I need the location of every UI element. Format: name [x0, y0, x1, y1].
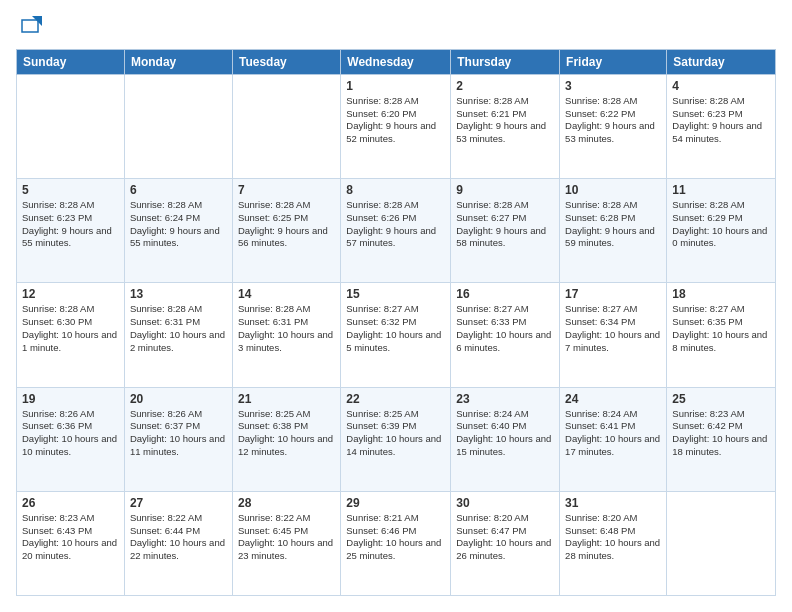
column-header-sunday: Sunday — [17, 49, 125, 74]
calendar-body: 1Sunrise: 8:28 AM Sunset: 6:20 PM Daylig… — [17, 74, 776, 595]
day-number: 9 — [456, 183, 554, 197]
cell-content: Sunrise: 8:28 AM Sunset: 6:31 PM Dayligh… — [130, 303, 227, 354]
day-number: 26 — [22, 496, 119, 510]
day-number: 1 — [346, 79, 445, 93]
cell-content: Sunrise: 8:27 AM Sunset: 6:32 PM Dayligh… — [346, 303, 445, 354]
cell-content: Sunrise: 8:28 AM Sunset: 6:30 PM Dayligh… — [22, 303, 119, 354]
cell-content: Sunrise: 8:22 AM Sunset: 6:45 PM Dayligh… — [238, 512, 335, 563]
calendar-cell: 29Sunrise: 8:21 AM Sunset: 6:46 PM Dayli… — [341, 491, 451, 595]
cell-content: Sunrise: 8:28 AM Sunset: 6:27 PM Dayligh… — [456, 199, 554, 250]
calendar-cell: 25Sunrise: 8:23 AM Sunset: 6:42 PM Dayli… — [667, 387, 776, 491]
day-number: 21 — [238, 392, 335, 406]
calendar-cell — [17, 74, 125, 178]
day-number: 2 — [456, 79, 554, 93]
calendar-cell: 13Sunrise: 8:28 AM Sunset: 6:31 PM Dayli… — [124, 283, 232, 387]
cell-content: Sunrise: 8:25 AM Sunset: 6:39 PM Dayligh… — [346, 408, 445, 459]
calendar-cell: 20Sunrise: 8:26 AM Sunset: 6:37 PM Dayli… — [124, 387, 232, 491]
calendar-cell: 24Sunrise: 8:24 AM Sunset: 6:41 PM Dayli… — [560, 387, 667, 491]
cell-content: Sunrise: 8:23 AM Sunset: 6:43 PM Dayligh… — [22, 512, 119, 563]
calendar-cell: 6Sunrise: 8:28 AM Sunset: 6:24 PM Daylig… — [124, 179, 232, 283]
cell-content: Sunrise: 8:28 AM Sunset: 6:23 PM Dayligh… — [22, 199, 119, 250]
cell-content: Sunrise: 8:28 AM Sunset: 6:22 PM Dayligh… — [565, 95, 661, 146]
calendar-cell: 23Sunrise: 8:24 AM Sunset: 6:40 PM Dayli… — [451, 387, 560, 491]
column-header-thursday: Thursday — [451, 49, 560, 74]
calendar-cell: 5Sunrise: 8:28 AM Sunset: 6:23 PM Daylig… — [17, 179, 125, 283]
calendar-cell: 26Sunrise: 8:23 AM Sunset: 6:43 PM Dayli… — [17, 491, 125, 595]
calendar-cell: 10Sunrise: 8:28 AM Sunset: 6:28 PM Dayli… — [560, 179, 667, 283]
day-number: 17 — [565, 287, 661, 301]
day-number: 7 — [238, 183, 335, 197]
day-number: 11 — [672, 183, 770, 197]
calendar-cell: 12Sunrise: 8:28 AM Sunset: 6:30 PM Dayli… — [17, 283, 125, 387]
calendar-header-row: SundayMondayTuesdayWednesdayThursdayFrid… — [17, 49, 776, 74]
day-number: 14 — [238, 287, 335, 301]
cell-content: Sunrise: 8:28 AM Sunset: 6:21 PM Dayligh… — [456, 95, 554, 146]
day-number: 28 — [238, 496, 335, 510]
day-number: 23 — [456, 392, 554, 406]
week-row-3: 12Sunrise: 8:28 AM Sunset: 6:30 PM Dayli… — [17, 283, 776, 387]
day-number: 3 — [565, 79, 661, 93]
cell-content: Sunrise: 8:28 AM Sunset: 6:29 PM Dayligh… — [672, 199, 770, 250]
day-number: 10 — [565, 183, 661, 197]
day-number: 29 — [346, 496, 445, 510]
calendar-cell: 14Sunrise: 8:28 AM Sunset: 6:31 PM Dayli… — [232, 283, 340, 387]
day-number: 30 — [456, 496, 554, 510]
cell-content: Sunrise: 8:24 AM Sunset: 6:41 PM Dayligh… — [565, 408, 661, 459]
svg-marker-0 — [22, 20, 38, 32]
cell-content: Sunrise: 8:28 AM Sunset: 6:28 PM Dayligh… — [565, 199, 661, 250]
cell-content: Sunrise: 8:26 AM Sunset: 6:36 PM Dayligh… — [22, 408, 119, 459]
cell-content: Sunrise: 8:27 AM Sunset: 6:33 PM Dayligh… — [456, 303, 554, 354]
cell-content: Sunrise: 8:28 AM Sunset: 6:26 PM Dayligh… — [346, 199, 445, 250]
day-number: 8 — [346, 183, 445, 197]
cell-content: Sunrise: 8:26 AM Sunset: 6:37 PM Dayligh… — [130, 408, 227, 459]
week-row-5: 26Sunrise: 8:23 AM Sunset: 6:43 PM Dayli… — [17, 491, 776, 595]
calendar-cell: 4Sunrise: 8:28 AM Sunset: 6:23 PM Daylig… — [667, 74, 776, 178]
calendar-cell: 28Sunrise: 8:22 AM Sunset: 6:45 PM Dayli… — [232, 491, 340, 595]
column-header-monday: Monday — [124, 49, 232, 74]
logo-text — [16, 16, 42, 41]
week-row-1: 1Sunrise: 8:28 AM Sunset: 6:20 PM Daylig… — [17, 74, 776, 178]
day-number: 12 — [22, 287, 119, 301]
day-number: 13 — [130, 287, 227, 301]
logo — [16, 16, 42, 39]
calendar-cell: 21Sunrise: 8:25 AM Sunset: 6:38 PM Dayli… — [232, 387, 340, 491]
day-number: 20 — [130, 392, 227, 406]
calendar-cell: 9Sunrise: 8:28 AM Sunset: 6:27 PM Daylig… — [451, 179, 560, 283]
column-header-wednesday: Wednesday — [341, 49, 451, 74]
calendar-cell: 31Sunrise: 8:20 AM Sunset: 6:48 PM Dayli… — [560, 491, 667, 595]
calendar-cell — [667, 491, 776, 595]
svg-marker-1 — [32, 16, 42, 26]
day-number: 31 — [565, 496, 661, 510]
week-row-4: 19Sunrise: 8:26 AM Sunset: 6:36 PM Dayli… — [17, 387, 776, 491]
cell-content: Sunrise: 8:28 AM Sunset: 6:20 PM Dayligh… — [346, 95, 445, 146]
header — [16, 16, 776, 39]
day-number: 19 — [22, 392, 119, 406]
calendar-cell: 2Sunrise: 8:28 AM Sunset: 6:21 PM Daylig… — [451, 74, 560, 178]
cell-content: Sunrise: 8:23 AM Sunset: 6:42 PM Dayligh… — [672, 408, 770, 459]
calendar-cell: 19Sunrise: 8:26 AM Sunset: 6:36 PM Dayli… — [17, 387, 125, 491]
day-number: 25 — [672, 392, 770, 406]
calendar-cell: 1Sunrise: 8:28 AM Sunset: 6:20 PM Daylig… — [341, 74, 451, 178]
column-header-saturday: Saturday — [667, 49, 776, 74]
cell-content: Sunrise: 8:21 AM Sunset: 6:46 PM Dayligh… — [346, 512, 445, 563]
calendar-cell: 15Sunrise: 8:27 AM Sunset: 6:32 PM Dayli… — [341, 283, 451, 387]
day-number: 15 — [346, 287, 445, 301]
cell-content: Sunrise: 8:20 AM Sunset: 6:47 PM Dayligh… — [456, 512, 554, 563]
calendar-cell — [124, 74, 232, 178]
day-number: 24 — [565, 392, 661, 406]
calendar-cell: 27Sunrise: 8:22 AM Sunset: 6:44 PM Dayli… — [124, 491, 232, 595]
calendar-cell: 7Sunrise: 8:28 AM Sunset: 6:25 PM Daylig… — [232, 179, 340, 283]
day-number: 27 — [130, 496, 227, 510]
cell-content: Sunrise: 8:28 AM Sunset: 6:25 PM Dayligh… — [238, 199, 335, 250]
calendar-cell: 3Sunrise: 8:28 AM Sunset: 6:22 PM Daylig… — [560, 74, 667, 178]
cell-content: Sunrise: 8:27 AM Sunset: 6:35 PM Dayligh… — [672, 303, 770, 354]
week-row-2: 5Sunrise: 8:28 AM Sunset: 6:23 PM Daylig… — [17, 179, 776, 283]
calendar-cell: 22Sunrise: 8:25 AM Sunset: 6:39 PM Dayli… — [341, 387, 451, 491]
day-number: 6 — [130, 183, 227, 197]
calendar-cell: 18Sunrise: 8:27 AM Sunset: 6:35 PM Dayli… — [667, 283, 776, 387]
cell-content: Sunrise: 8:28 AM Sunset: 6:31 PM Dayligh… — [238, 303, 335, 354]
cell-content: Sunrise: 8:22 AM Sunset: 6:44 PM Dayligh… — [130, 512, 227, 563]
day-number: 5 — [22, 183, 119, 197]
page: SundayMondayTuesdayWednesdayThursdayFrid… — [0, 0, 792, 612]
cell-content: Sunrise: 8:25 AM Sunset: 6:38 PM Dayligh… — [238, 408, 335, 459]
